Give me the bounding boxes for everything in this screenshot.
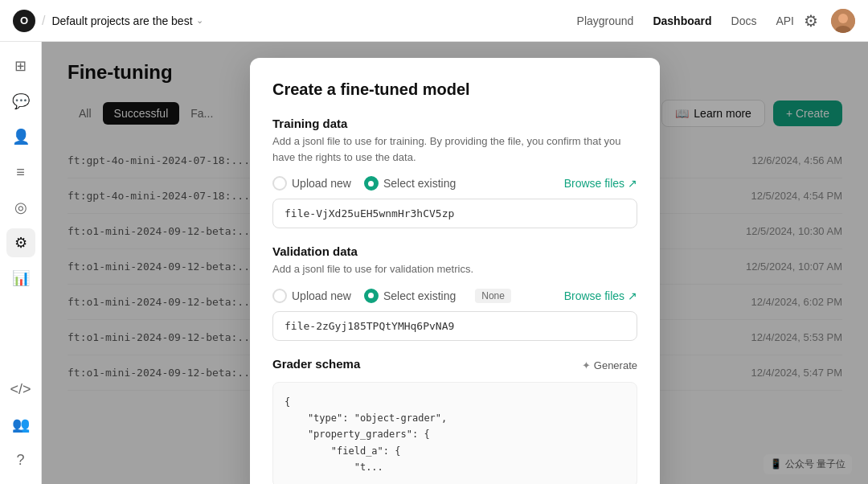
training-desc: Add a jsonl file to use for training. By… [272,133,637,165]
grader-section: Grader schema ✦ Generate { "type": "obje… [272,357,637,485]
nav-dashboard[interactable]: Dashboard [653,14,711,27]
validation-radio-row: Upload new Select existing None Browse f… [272,289,637,303]
grader-code-block[interactable]: { "type": "object-grader", "property_gra… [272,382,637,485]
generate-button[interactable]: ✦ Generate [582,359,637,371]
validation-upload-option[interactable]: Upload new [272,289,351,303]
training-upload-radio[interactable] [272,176,287,191]
sidebar-icon-users[interactable]: 👤 [6,122,35,151]
svg-point-1 [838,14,848,23]
grader-label: Grader schema [272,357,360,371]
training-label: Training data [272,117,637,130]
sidebar-icon-monitor[interactable]: ◎ [6,193,35,222]
settings-icon[interactable]: ⚙ [804,11,818,31]
nav-docs[interactable]: Docs [731,14,757,27]
project-name[interactable]: Default projects are the best ⌄ [51,14,203,27]
avatar[interactable] [831,9,855,33]
sidebar-icon-list[interactable]: ≡ [6,158,35,187]
training-file-value: file-VjXd25uEH5wnmHr3hCV5zp [272,199,637,228]
training-radio-row: Upload new Select existing Browse files … [272,176,637,191]
main-content: Fine-tuning All Successful Fa... 📖 Learn… [42,42,868,484]
sidebar-icon-code[interactable]: </> [6,375,35,404]
validation-file-value: file-2zGyj185TPQtYMHq6PvNA9 [272,311,637,341]
create-modal: Create a fine-tuned model Training data … [250,58,660,484]
sidebar-icon-chat[interactable]: 💬 [6,87,35,116]
grader-header: Grader schema ✦ Generate [272,357,637,374]
topnav: O / Default projects are the best ⌄ Play… [0,0,868,42]
sparkle-icon: ✦ [582,359,591,371]
sidebar-icon-team[interactable]: 👥 [6,410,35,439]
training-select-option[interactable]: Select existing [364,176,456,191]
sidebar-icon-help[interactable]: ? [6,445,35,474]
training-upload-option[interactable]: Upload new [272,176,351,191]
validation-label: Validation data [272,244,637,258]
validation-browse-link[interactable]: Browse files ↗ [564,289,637,302]
nav-separator: / [42,14,45,28]
nav-api[interactable]: API [776,14,794,27]
nav-playground[interactable]: Playground [577,14,634,27]
project-chevron-icon: ⌄ [196,15,203,26]
modal-title: Create a fine-tuned model [272,80,637,99]
training-section: Training data Add a jsonl file to use fo… [272,117,637,228]
training-select-radio[interactable] [364,176,379,191]
validation-section: Validation data Add a jsonl file to use … [272,244,637,341]
training-browse-link[interactable]: Browse files ↗ [564,177,637,190]
validation-select-option[interactable]: Select existing [364,289,456,303]
sidebar-icon-home[interactable]: ⊞ [6,51,35,80]
sidebar-icon-finetune[interactable]: ⚙ [6,228,35,257]
validation-desc: Add a jsonl file to use for validation m… [272,261,637,277]
sidebar: ⊞ 💬 👤 ≡ ◎ ⚙ 📊 </> 👥 ? [0,42,42,484]
validation-select-radio[interactable] [364,289,379,303]
validation-none-badge: None [475,289,511,303]
modal-overlay[interactable]: Create a fine-tuned model Training data … [42,42,868,484]
validation-upload-radio[interactable] [272,289,287,303]
org-logo[interactable]: O [13,10,35,32]
sidebar-icon-chart[interactable]: 📊 [6,264,35,293]
